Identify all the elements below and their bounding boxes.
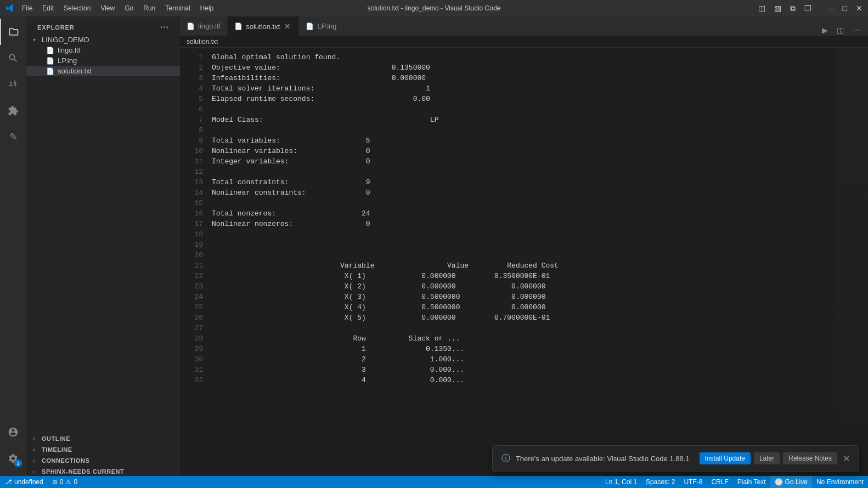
later-button[interactable]: Later <box>754 452 780 464</box>
status-language[interactable]: Plain Text <box>733 476 770 488</box>
status-golive[interactable]: ⚪ Go Live <box>770 476 812 488</box>
status-language-value: Plain Text <box>737 478 766 486</box>
line-number: 11 <box>180 156 203 167</box>
line-number: 8 <box>180 125 203 135</box>
status-errors[interactable]: ⊘ 0 ⚠ 0 <box>48 476 82 488</box>
notification-info-icon: ⓘ <box>501 453 510 464</box>
breadcrumb-file[interactable]: solution.txt <box>187 38 218 46</box>
status-spaces[interactable]: Spaces: 2 <box>641 476 679 488</box>
line-number: 14 <box>180 188 203 198</box>
activity-source-control[interactable] <box>0 71 26 98</box>
status-eol[interactable]: CRLF <box>707 476 732 488</box>
activity-explorer[interactable] <box>0 19 26 45</box>
file-icon-lng: 📄 <box>46 57 54 65</box>
sphinx-label: SPHINX-NEEDS CURRENT <box>42 468 124 475</box>
layout-panel-icon[interactable]: ▧ <box>774 4 781 13</box>
line-number: 20 <box>180 250 203 260</box>
breadcrumb: solution.txt <box>180 36 868 48</box>
tab-label-lingo-ltf: lingo.ltf <box>198 22 221 30</box>
release-notes-button[interactable]: Release Notes <box>783 452 837 464</box>
status-branch[interactable]: ⎇ undefined <box>0 476 48 488</box>
layout-sidebar-icon[interactable]: ◫ <box>758 4 765 13</box>
split-editor-button[interactable]: ◫ <box>835 25 846 36</box>
menu-terminal[interactable]: Terminal <box>161 3 194 13</box>
sidebar-menu-button[interactable]: ⋯ <box>160 22 169 32</box>
sidebar-timeline-section[interactable]: › TIMELINE <box>26 445 180 454</box>
line-number: 28 <box>180 333 203 344</box>
layout-split-icon[interactable]: ⧉ <box>790 4 796 13</box>
explorer-icon <box>8 26 19 37</box>
status-position[interactable]: Ln 1, Col 1 <box>601 476 641 488</box>
sidebar-connections-section[interactable]: › CONNECTIONS <box>26 456 180 465</box>
close-button[interactable]: ✕ <box>856 4 863 13</box>
sidebar-title: Explorer <box>37 24 75 31</box>
status-environment[interactable]: No Environment <box>812 476 868 488</box>
line-number: 2 <box>180 63 203 73</box>
tab-lingo-ltf[interactable]: 📄 lingo.ltf <box>180 16 228 36</box>
tab-solution-txt[interactable]: 📄 solution.txt ✕ <box>228 16 299 36</box>
line-number: 3 <box>180 73 203 83</box>
menu-go[interactable]: Go <box>120 3 138 13</box>
line-number: 31 <box>180 365 203 375</box>
install-update-button[interactable]: Install Update <box>700 452 751 464</box>
extensions-icon <box>8 105 19 116</box>
window-title: solution.txt - lingo_demo - Visual Studi… <box>368 4 501 12</box>
line-number: 27 <box>180 323 203 333</box>
activity-bar: ✎ 1 <box>0 16 26 476</box>
activity-account[interactable] <box>0 419 26 445</box>
layout-customize-icon[interactable]: ❐ <box>804 4 811 13</box>
activity-search[interactable] <box>0 45 26 71</box>
line-number: 6 <box>180 104 203 115</box>
notification-buttons: Install Update Later Release Notes <box>700 452 837 464</box>
editor-content[interactable]: 1 2 3 4 5 6 7 8 9 10 11 12 13 14 15 16 1… <box>180 48 868 476</box>
menu-file[interactable]: File <box>18 3 37 13</box>
activity-extensions[interactable] <box>0 98 26 124</box>
maximize-button[interactable]: □ <box>843 4 847 13</box>
line-number: 23 <box>180 281 203 292</box>
menu-edit[interactable]: Edit <box>38 3 58 13</box>
line-number: 16 <box>180 208 203 219</box>
sidebar-folder-lingo-demo[interactable]: ▾ LINGO_DEMO <box>26 35 180 45</box>
status-error-count: 0 <box>60 478 64 486</box>
notification-close-button[interactable]: ✕ <box>843 453 850 464</box>
folder-name: LINGO_DEMO <box>42 36 89 44</box>
status-encoding-value: UTF-8 <box>684 478 702 486</box>
account-icon <box>8 427 19 438</box>
sidebar-outline-section[interactable]: › OUTLINE <box>26 434 180 443</box>
activity-copilot[interactable]: ✎ <box>0 124 26 150</box>
sidebar-file-lp-lng[interactable]: 📄 LP.lng <box>26 55 180 66</box>
file-icon-ltf: 📄 <box>46 47 54 54</box>
search-icon <box>8 53 19 64</box>
menu-selection[interactable]: Selection <box>59 3 95 13</box>
menu-run[interactable]: Run <box>139 3 160 13</box>
sidebar-file-solution-txt[interactable]: 📄 solution.txt <box>26 66 180 76</box>
filename-solution-txt: solution.txt <box>58 67 92 75</box>
vscode-icon <box>5 4 14 13</box>
line-number: 7 <box>180 115 203 125</box>
line-number: 29 <box>180 344 203 354</box>
sidebar-file-lingo-ltf[interactable]: 📄 lingo.ltf <box>26 45 180 55</box>
status-encoding[interactable]: UTF-8 <box>679 476 707 488</box>
tab-lp-lng[interactable]: 📄 LP.lng <box>299 16 343 36</box>
tab-label-solution-txt: solution.txt <box>246 22 280 31</box>
line-numbers: 1 2 3 4 5 6 7 8 9 10 11 12 13 14 15 16 1… <box>180 48 207 476</box>
editor-code[interactable]: Global optimal solution found. Objective… <box>207 48 835 476</box>
menu-help[interactable]: Help <box>196 3 218 13</box>
line-number: 26 <box>180 313 203 323</box>
sidebar-sphinx-section[interactable]: › SPHINX-NEEDS CURRENT <box>26 467 180 476</box>
sidebar: Explorer ⋯ ▾ LINGO_DEMO 📄 lingo.ltf 📄 LP… <box>26 16 180 476</box>
minimize-button[interactable]: ‒ <box>829 4 834 13</box>
activity-settings[interactable]: 1 <box>0 445 26 472</box>
main-container: ✎ 1 Explorer ⋯ ▾ LINGO_DEMO 📄 lingo.ltf <box>0 16 868 476</box>
run-button[interactable]: ▶ <box>820 25 830 36</box>
tab-close-button[interactable]: ✕ <box>283 22 292 31</box>
more-actions-button[interactable]: ⋯ <box>850 25 863 36</box>
notification-message: There's an update available: Visual Stud… <box>516 455 690 463</box>
sphinx-chevron-icon: › <box>33 469 40 475</box>
line-number: 21 <box>180 260 203 271</box>
line-number: 5 <box>180 94 203 104</box>
line-number: 18 <box>180 229 203 240</box>
status-warning-count: 0 <box>74 478 77 486</box>
status-bar-left: ⎇ undefined ⊘ 0 ⚠ 0 <box>0 476 82 488</box>
menu-view[interactable]: View <box>96 3 119 13</box>
